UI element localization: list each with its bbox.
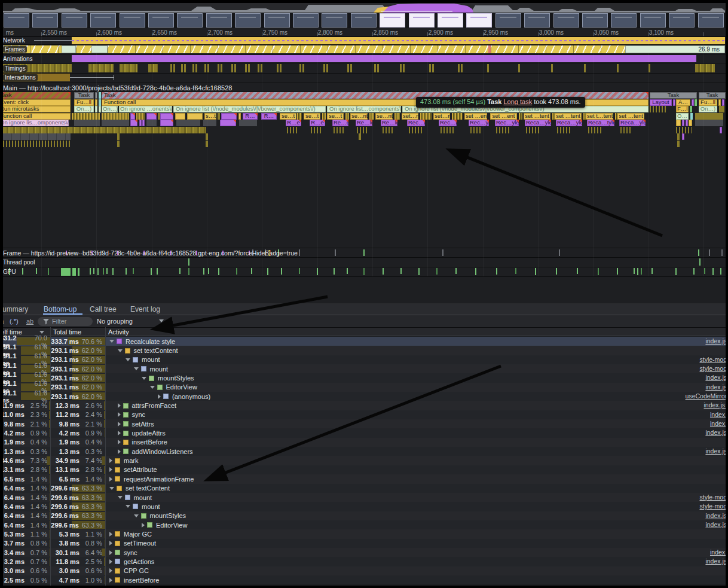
collapse-icon[interactable] <box>126 358 130 361</box>
flame-block[interactable]: se…nt <box>350 113 368 120</box>
flame-block[interactable]: Reca…tyle <box>587 120 614 126</box>
flame-tick[interactable] <box>650 106 666 112</box>
animations-track-label[interactable]: Animations <box>3 56 32 62</box>
table-row[interactable]: 331.2 ms70.0 %333.7 ms70.6 %Recalculate … <box>0 337 728 346</box>
filmstrip-thumbnail[interactable] <box>32 13 58 28</box>
flame-block[interactable]: On ignore list (\/node_modules\/|\/bower… <box>173 106 326 112</box>
flame-block[interactable]: se…nt <box>375 113 393 120</box>
flame-tick[interactable] <box>297 113 302 120</box>
table-row[interactable]: 6.4 ms1.4 %299.6 ms63.3 %mountstyle-mod <box>0 493 728 502</box>
table-row[interactable]: 291.1 ms61.6 %293.1 ms62.0 %(anonymous)u… <box>0 392 728 401</box>
table-row[interactable]: 6.5 ms1.4 %6.5 ms1.4 %requestAnimationFr… <box>0 474 728 483</box>
expand-icon[interactable] <box>118 403 121 408</box>
table-row[interactable]: 11.0 ms2.3 %11.2 ms2.4 %syncindex. <box>0 410 728 419</box>
network-track-label[interactable]: Network <box>3 37 25 44</box>
flame-tick[interactable] <box>394 113 400 120</box>
column-total-time[interactable]: Total time <box>53 328 81 336</box>
tab-event-log[interactable]: Event log <box>130 305 160 313</box>
table-row[interactable]: 1.3 ms0.3 %1.3 ms0.3 %addWindowListeners… <box>0 447 728 456</box>
table-row[interactable]: 13.1 ms2.8 %13.1 ms2.8 %setAttribute <box>0 465 728 474</box>
tab-summary[interactable]: Summary <box>0 305 28 313</box>
table-row[interactable]: 1.9 ms0.4 %1.9 ms0.4 %insertBefore <box>0 438 728 447</box>
table-row[interactable]: 2.5 ms0.5 %4.7 ms1.0 %insertBefore <box>0 575 728 584</box>
flame-block[interactable]: On…) <box>74 106 94 112</box>
flame-block[interactable]: Function call <box>3 113 71 120</box>
tab-call-tree[interactable]: Call tree <box>90 305 117 313</box>
table-row[interactable]: 3.2 ms0.7 %11.8 ms2.5 %getActionsindex.j… <box>0 557 728 566</box>
filmstrip-thumbnail[interactable] <box>148 13 174 28</box>
filmstrip-thumbnail[interactable] <box>90 13 116 28</box>
flame-tick[interactable] <box>130 120 137 126</box>
flame-tick[interactable] <box>420 113 432 120</box>
flame-block[interactable]: set t…tent <box>586 113 613 120</box>
expand-icon[interactable] <box>142 523 145 528</box>
filmstrip-thumbnail[interactable] <box>582 13 608 28</box>
table-row[interactable]: 291.1 ms61.6 %293.1 ms62.0 %mountStylesi… <box>0 373 728 382</box>
flame-block[interactable]: Re…le <box>381 120 397 126</box>
table-row[interactable]: 291.1 ms61.6 %293.1 ms62.0 %set textCont… <box>0 346 728 355</box>
expand-icon[interactable] <box>118 431 121 435</box>
expand-icon[interactable] <box>118 449 121 454</box>
flame-tick[interactable] <box>409 127 423 133</box>
source-link[interactable]: index.js <box>705 521 727 528</box>
table-row[interactable]: 6.4 ms1.4 %299.6 ms63.3 %mountStylesinde… <box>0 511 728 520</box>
table-row[interactable]: 291.1 ms61.6 %293.1 ms62.0 %mountstyle-m… <box>0 364 728 373</box>
flame-tick[interactable] <box>3 127 206 133</box>
column-divider[interactable] <box>105 327 106 586</box>
flame-block[interactable]: set …tent <box>617 113 644 120</box>
flame-tick[interactable] <box>221 113 237 120</box>
filmstrip-thumbnail[interactable] <box>235 13 261 28</box>
flame-block[interactable]: Layout <box>650 99 672 106</box>
filmstrip-thumbnail[interactable] <box>669 13 695 28</box>
flame-block[interactable]: On…) <box>102 106 118 112</box>
flame-tick[interactable] <box>557 127 571 133</box>
source-link[interactable]: index.js <box>705 374 727 381</box>
flame-tick[interactable] <box>383 127 394 133</box>
expand-icon[interactable] <box>109 578 112 583</box>
table-row[interactable]: 34.6 ms7.3 %34.9 ms7.4 %mark <box>0 456 728 465</box>
filmstrip-thumbnail[interactable] <box>293 13 319 28</box>
filmstrip-thumbnail[interactable] <box>351 13 377 28</box>
filmstrip-thumbnail[interactable] <box>640 13 666 28</box>
flame-block[interactable]: Fu…ll <box>699 99 717 106</box>
interactions-track-label[interactable]: Interactions <box>3 74 38 81</box>
flame-tick[interactable] <box>72 113 100 120</box>
table-row[interactable]: 3.0 ms0.6 %3.0 ms0.6 %CPP GC <box>0 566 728 575</box>
flame-block[interactable]: Rec…yle <box>495 120 519 126</box>
table-row[interactable]: 6.4 ms1.4 %299.6 ms63.3 %EditorViewindex… <box>0 520 728 529</box>
expand-icon[interactable] <box>109 568 112 573</box>
timings-track-label[interactable]: Timings <box>3 65 27 72</box>
collapse-icon[interactable] <box>118 349 123 352</box>
flame-tick[interactable] <box>311 127 322 133</box>
flame-block[interactable]: Task <box>650 92 697 99</box>
flame-tick[interactable] <box>441 127 454 133</box>
flame-tick[interactable] <box>470 127 481 133</box>
animations-bar[interactable] <box>72 55 696 62</box>
flame-block[interactable]: Task <box>74 92 94 99</box>
table-row[interactable]: 6.4 ms1.4 %299.6 ms63.3 %set textContent <box>0 484 728 493</box>
table-row[interactable]: 291.1 ms61.6 %293.1 ms62.0 %EditorViewin… <box>0 383 728 392</box>
filmstrip-thumbnail[interactable] <box>380 13 405 28</box>
flame-tick[interactable] <box>187 113 203 120</box>
grouping-caret-icon[interactable] <box>159 319 164 322</box>
expand-icon[interactable] <box>109 477 112 482</box>
filmstrip-thumbnail[interactable] <box>611 13 637 28</box>
flame-block[interactable]: s…t <box>204 113 216 120</box>
source-link[interactable]: style-mod <box>699 493 727 501</box>
filmstrip-thumbnail[interactable] <box>4 13 29 28</box>
flame-block[interactable]: Rec…le <box>407 120 425 126</box>
filmstrip-thumbnail[interactable] <box>264 13 290 28</box>
main-thread-label[interactable]: Main — http://localhost:3000/projects/bd… <box>3 84 232 92</box>
expand-icon[interactable] <box>109 458 112 463</box>
frames-track-label[interactable]: Frames <box>3 46 27 53</box>
cpu-overview-strip[interactable] <box>3 3 726 13</box>
flame-tick[interactable] <box>160 120 173 126</box>
table-row[interactable]: 291.1 ms61.6 %293.1 ms62.0 %mountstyle-m… <box>0 355 728 364</box>
collapse-icon[interactable] <box>118 496 123 499</box>
filmstrip-thumbnail[interactable] <box>698 13 724 28</box>
flame-tick[interactable] <box>496 127 510 133</box>
table-row[interactable]: 9.8 ms2.1 %9.8 ms2.1 %setAttrsindex. <box>0 419 728 428</box>
collapse-icon[interactable] <box>142 377 146 380</box>
expand-icon[interactable] <box>109 559 112 564</box>
source-link[interactable]: style-mod <box>699 365 727 372</box>
